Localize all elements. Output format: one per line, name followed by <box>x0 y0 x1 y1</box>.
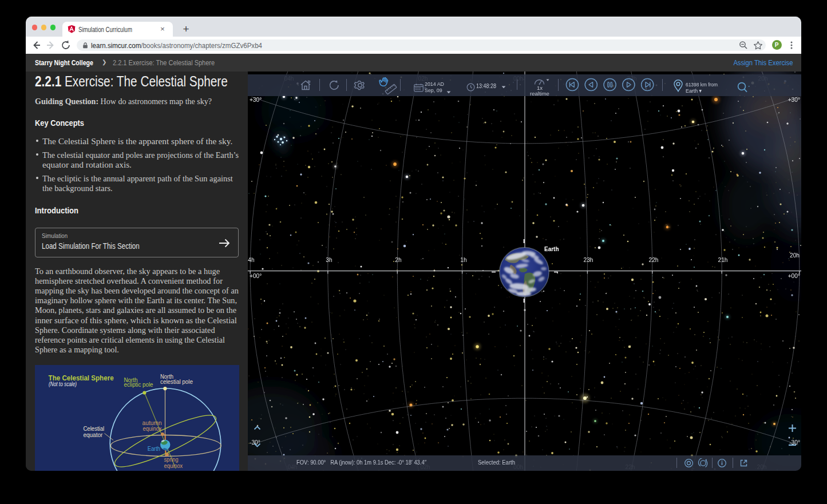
svg-text:(Not to scale): (Not to scale) <box>49 381 77 387</box>
svg-text:Earth: Earth <box>148 445 160 452</box>
svg-text:+30°: +30° <box>788 97 800 103</box>
svg-text:equator: equator <box>83 431 102 438</box>
svg-text:2h: 2h <box>395 257 401 263</box>
svg-text:3h: 3h <box>326 257 332 263</box>
svg-text:Earth: Earth <box>544 245 559 252</box>
svg-text:ecliptic pole: ecliptic pole <box>124 381 153 388</box>
svg-text:21h: 21h <box>718 257 728 263</box>
svg-text:equinox: equinox <box>143 425 162 432</box>
svg-text:+00°: +00° <box>250 273 262 279</box>
svg-text:+30°: +30° <box>250 97 262 103</box>
svg-text:23h: 23h <box>584 257 593 263</box>
svg-text:celestial pole: celestial pole <box>160 378 193 385</box>
svg-text:equinox: equinox <box>164 462 183 469</box>
svg-text:+00°: +00° <box>788 273 800 279</box>
svg-text:4h: 4h <box>248 257 254 263</box>
svg-text:1h: 1h <box>460 257 466 263</box>
svg-text:20h: 20h <box>790 252 800 259</box>
svg-text:22h: 22h <box>649 257 659 263</box>
